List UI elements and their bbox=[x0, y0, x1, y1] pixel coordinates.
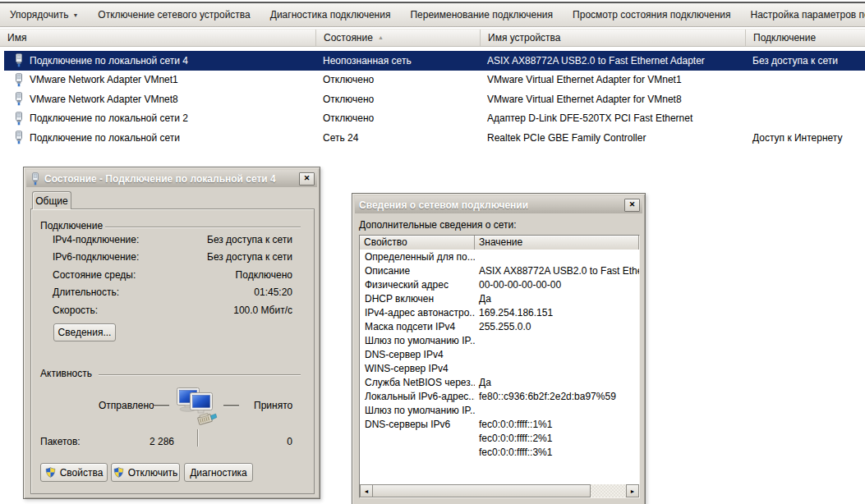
field-label: IPv4-подключение: bbox=[53, 234, 139, 245]
scroll-right-button[interactable]: ► bbox=[626, 484, 639, 497]
packets-label: Пакетов: bbox=[40, 436, 81, 447]
uac-shield-icon bbox=[45, 467, 56, 478]
dialog-title: Состояние - Подключение по локальной сет… bbox=[44, 173, 295, 185]
detail-row[interactable]: DHCP включенДа bbox=[360, 291, 639, 305]
connections-list: Подключение по локальной сети 4 Неопозна… bbox=[0, 51, 865, 148]
properties-button[interactable]: Свойства bbox=[40, 463, 108, 482]
scroll-left-button[interactable]: ◄ bbox=[360, 484, 373, 497]
dialog-title: Сведения о сетевом подключении bbox=[359, 199, 620, 211]
detail-row[interactable]: fec0:0:0:ffff::2%1 bbox=[360, 431, 639, 445]
chevron-down-icon: ▼ bbox=[72, 11, 78, 18]
detail-row[interactable]: Физический адрес00-00-00-00-00-00 bbox=[360, 277, 639, 291]
connection-device: ASIX AX88772A USB2.0 to Fast Ethernet Ad… bbox=[481, 55, 746, 66]
field-label: Состояние среды: bbox=[53, 269, 136, 281]
column-header-connectivity[interactable]: Подключение bbox=[746, 30, 865, 46]
connection-status: Сеть 24 bbox=[316, 132, 481, 144]
sort-ascending-icon: ▲ bbox=[378, 34, 384, 40]
column-header-name[interactable]: Имя bbox=[0, 30, 316, 46]
tab-general[interactable]: Общие bbox=[32, 191, 71, 209]
field-label: Длительность: bbox=[53, 286, 119, 298]
connection-name: Подключение по локальной сети 4 bbox=[30, 55, 188, 66]
details-button[interactable]: Сведения... bbox=[53, 323, 116, 341]
status-dialog: Состояние - Подключение по локальной сет… bbox=[23, 167, 320, 499]
connection-fields: IPv4-подключение:Без доступа к сети IPv6… bbox=[53, 231, 292, 319]
close-icon: ✕ bbox=[304, 175, 311, 182]
diagnose-button[interactable]: Диагностика bbox=[184, 463, 253, 482]
group-divider bbox=[105, 227, 301, 228]
toolbar-organize-label: Упорядочить bbox=[10, 9, 68, 21]
detail-row[interactable]: Локальный IPv6-адрес...fe80::c936:6b2f:2… bbox=[360, 389, 639, 403]
column-header-value[interactable]: Значение bbox=[475, 236, 639, 250]
connection-status: Отключено bbox=[316, 94, 481, 105]
column-header-device[interactable]: Имя устройства bbox=[481, 30, 746, 46]
detail-row[interactable]: fec0:0:0:ffff::3%1 bbox=[360, 445, 639, 459]
network-connection-icon bbox=[14, 73, 24, 87]
connection-status: Отключено bbox=[316, 74, 481, 85]
scrollbar-thumb[interactable] bbox=[373, 484, 591, 497]
scrollbar-track[interactable] bbox=[591, 484, 626, 497]
close-button[interactable]: ✕ bbox=[624, 199, 640, 212]
detail-row[interactable]: ОписаниеASIX AX88772A USB2.0 to Fast Eth… bbox=[360, 263, 639, 277]
connection-connectivity: Доступ к Интернету bbox=[746, 132, 865, 144]
table-row[interactable]: VMware Network Adapter VMnet1 Отключено … bbox=[4, 71, 865, 90]
close-icon: ✕ bbox=[629, 201, 636, 208]
network-computers-icon bbox=[176, 387, 220, 429]
detail-row[interactable]: DNS-сервер IPv4 bbox=[360, 347, 639, 361]
connection-device: Адаптер D-Link DFE-520TX PCI Fast Ethern… bbox=[481, 112, 746, 124]
table-row[interactable]: Подключение по локальной сети 2 Отключен… bbox=[4, 109, 865, 129]
scroll-right-arrow-icon: ► bbox=[630, 488, 636, 494]
group-divider bbox=[99, 374, 301, 376]
connection-status: Отключено bbox=[316, 112, 481, 124]
column-header-property[interactable]: Свойство bbox=[360, 236, 475, 250]
detail-row[interactable]: Определенный для по... bbox=[360, 250, 639, 263]
toolbar-rename-button[interactable]: Переименование подключения bbox=[410, 9, 553, 21]
packets-sent-value: 2 286 bbox=[97, 436, 174, 447]
detail-row[interactable]: DNS-серверы IPv6fec0:0:0:ffff::1%1 bbox=[360, 417, 639, 431]
connection-status: Неопознанная сеть bbox=[316, 55, 481, 66]
network-connection-icon bbox=[14, 131, 24, 144]
detail-row[interactable]: Маска подсети IPv4255.255.0.0 bbox=[360, 319, 639, 333]
toolbar-configure-button[interactable]: Настройка параметров подключения bbox=[751, 9, 865, 21]
scroll-left-arrow-icon: ◄ bbox=[364, 488, 370, 494]
field-label: IPv6-подключение: bbox=[53, 251, 139, 263]
uac-shield-icon bbox=[113, 467, 124, 478]
dialog-buttons: Свойства Отключить Диагностика bbox=[31, 463, 314, 482]
link-line bbox=[223, 405, 239, 407]
close-button[interactable]: ✕ bbox=[299, 172, 315, 186]
connection-device: VMware Virtual Ethernet Adapter for VMne… bbox=[481, 74, 746, 85]
detail-row[interactable]: Шлюз по умолчанию IP... bbox=[360, 403, 639, 417]
detail-row[interactable]: Служба NetBIOS через...Да bbox=[360, 375, 639, 389]
activity-group-label: Активность bbox=[40, 368, 92, 379]
network-connection-icon bbox=[14, 112, 24, 126]
detail-row[interactable]: IPv4-адрес автонастро...169.254.186.151 bbox=[360, 305, 639, 319]
disable-button[interactable]: Отключить bbox=[111, 463, 180, 482]
details-list-header: Свойство Значение bbox=[360, 236, 639, 250]
connection-name: VMware Network Adapter VMnet8 bbox=[30, 94, 178, 105]
toolbar-diagnose-button[interactable]: Диагностика подключения bbox=[270, 9, 391, 21]
table-row[interactable]: VMware Network Adapter VMnet8 Отключено … bbox=[4, 89, 865, 109]
field-value: 100.0 Мбит/с bbox=[233, 305, 292, 316]
activity-graphic: Отправлено Принято bbox=[31, 383, 314, 433]
status-dialog-titlebar[interactable]: Состояние - Подключение по локальной сет… bbox=[26, 170, 317, 187]
packets-row: Пакетов: 2 286 0 bbox=[31, 435, 314, 451]
table-row[interactable]: Подключение по локальной сети 4 Неопозна… bbox=[4, 51, 865, 71]
horizontal-scrollbar[interactable]: ◄ ► bbox=[360, 484, 639, 497]
toolbar-view-status-button[interactable]: Просмотр состояния подключения bbox=[573, 9, 730, 21]
toolbar-disable-device-button[interactable]: Отключение сетевого устройства bbox=[98, 9, 250, 21]
column-header-status[interactable]: Состояние ▲ bbox=[316, 30, 481, 46]
toolbar: Упорядочить ▼ Отключение сетевого устрой… bbox=[0, 3, 865, 27]
detail-row[interactable]: WINS-сервер IPv4 bbox=[360, 361, 639, 375]
details-list[interactable]: Свойство Значение Определенный для по...… bbox=[359, 235, 640, 498]
network-connection-icon bbox=[14, 92, 24, 106]
details-subtitle: Дополнительные сведения о сети: bbox=[359, 219, 517, 231]
connection-device: VMware Virtual Ethernet Adapter for VMne… bbox=[481, 94, 746, 105]
connection-device: Realtek PCIe GBE Family Controller bbox=[481, 132, 746, 144]
column-headers: Имя Состояние ▲ Имя устройства Подключен… bbox=[0, 29, 865, 47]
toolbar-organize-button[interactable]: Упорядочить ▼ bbox=[10, 9, 78, 21]
field-value: 01:45:20 bbox=[254, 286, 292, 298]
detail-row[interactable]: Шлюз по умолчанию IP... bbox=[360, 333, 639, 347]
field-value: Без доступа к сети bbox=[207, 251, 292, 263]
connection-name: VMware Network Adapter VMnet1 bbox=[30, 74, 178, 85]
table-row[interactable]: Подключение по локальной сети Сеть 24 Re… bbox=[4, 128, 865, 148]
details-dialog-titlebar[interactable]: Сведения о сетевом подключении ✕ bbox=[355, 196, 642, 213]
